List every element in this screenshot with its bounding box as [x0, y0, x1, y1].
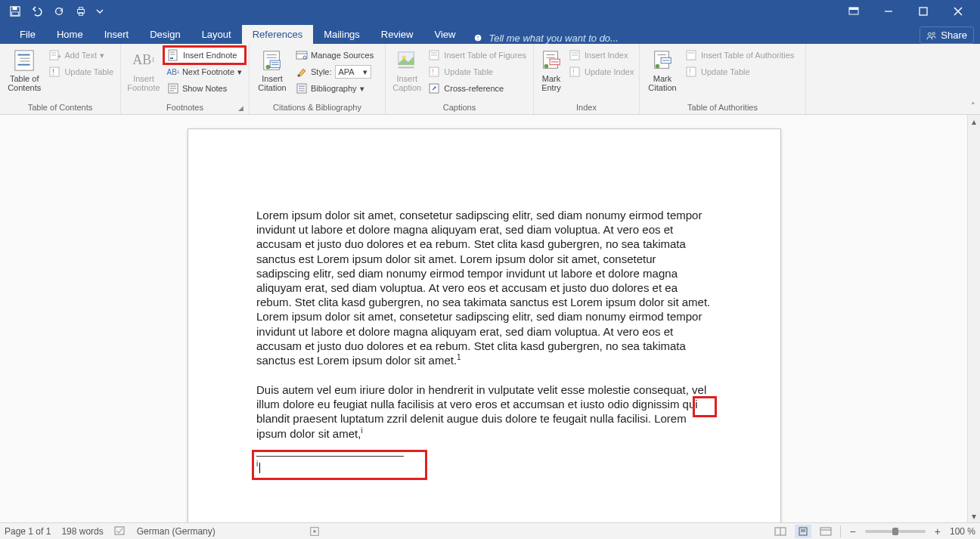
vertical-scrollbar[interactable]: ▴ ▾ [967, 115, 980, 522]
read-mode-icon[interactable] [772, 525, 789, 538]
style-select[interactable]: APA▾ [335, 65, 371, 79]
zoom-slider[interactable] [865, 530, 926, 533]
insert-index-label: Insert Index [585, 51, 628, 60]
dialog-launcher-icon[interactable]: ◢ [238, 104, 243, 112]
bibliography-button[interactable]: Bibliography ▾ [293, 80, 377, 97]
mark-citation-button[interactable]: Mark Citation [644, 47, 681, 94]
tell-me-label: Tell me what you want to do... [488, 33, 619, 44]
scroll-down-icon[interactable]: ▾ [968, 510, 981, 522]
svg-rect-26 [50, 67, 59, 76]
maximize-icon[interactable] [906, 0, 941, 23]
svg-rect-2 [12, 12, 19, 15]
svg-point-65 [544, 64, 549, 69]
update-toa-label: Update Table [701, 67, 750, 76]
footnote-icon: AB1 [132, 48, 156, 73]
update-toa-button[interactable]: ! Update Table [683, 64, 797, 80]
citation-style-button[interactable]: Style: APA▾ [293, 64, 377, 80]
paragraph-2[interactable]: Duis autem vel eum iriure dolor in hendr… [256, 383, 712, 441]
zoom-in-icon[interactable]: + [932, 525, 944, 537]
tab-design[interactable]: Design [139, 25, 191, 44]
bibliography-icon [296, 82, 308, 94]
cross-reference-button[interactable]: Cross-reference [426, 80, 529, 97]
footnote-ref-1[interactable]: 1 [457, 353, 461, 361]
update-toc-button[interactable]: ! Update Table [46, 64, 116, 80]
update-tof-button[interactable]: ! Update Table [426, 64, 529, 80]
status-words[interactable]: 198 words [61, 526, 103, 537]
crossref-icon [429, 82, 441, 94]
insert-tof-button[interactable]: Insert Table of Figures [426, 47, 529, 64]
spellcheck-icon[interactable] [114, 526, 126, 537]
update-index-button[interactable]: ! Update Index [566, 64, 637, 80]
dropdown-icon: ▾ [100, 51, 104, 60]
tab-references[interactable]: References [242, 25, 313, 44]
update-index-label: Update Index [585, 67, 634, 76]
add-text-button[interactable]: + Add Text ▾ [46, 47, 116, 64]
svg-point-14 [478, 39, 479, 40]
tab-file[interactable]: File [9, 25, 46, 44]
svg-text:!: ! [432, 68, 434, 76]
quick-print-icon[interactable] [73, 4, 88, 19]
macro-icon[interactable] [309, 526, 320, 537]
tab-review[interactable]: Review [371, 25, 424, 44]
highlight-endnote-area [252, 450, 427, 480]
insert-citation-button[interactable]: Insert Citation [253, 47, 291, 94]
group-toa-label: Table of Authorities [644, 101, 802, 114]
svg-rect-76 [687, 51, 696, 60]
add-text-icon: + [49, 49, 61, 61]
undo-icon[interactable] [29, 4, 45, 19]
insert-caption-button[interactable]: Insert Caption [389, 47, 424, 94]
web-layout-icon[interactable] [817, 525, 834, 538]
collapse-ribbon-icon[interactable]: ˄ [971, 101, 975, 111]
share-button[interactable]: Share [920, 26, 974, 44]
ribbon-display-icon[interactable] [836, 0, 871, 23]
tab-home[interactable]: Home [46, 25, 94, 44]
svg-point-3 [56, 8, 63, 15]
tab-view[interactable]: View [423, 25, 466, 44]
paragraph-1[interactable]: Lorem ipsum dolor sit amet, consetetur s… [256, 208, 712, 367]
style-label: Style: [311, 67, 332, 76]
insert-endnote-button[interactable]: Insert Endnote [164, 47, 245, 64]
svg-point-15 [929, 33, 932, 36]
qat-customize-icon[interactable] [95, 4, 104, 19]
zoom-level[interactable]: 100 % [950, 526, 975, 537]
toc-label: Table of Contents [8, 74, 41, 92]
insert-footnote-label: Insert Footnote [127, 74, 160, 92]
next-footnote-button[interactable]: AB1 Next Footnote ▾ [164, 64, 245, 80]
insert-toa-button[interactable]: Insert Table of Authorities [683, 47, 797, 64]
print-layout-icon[interactable] [795, 525, 811, 538]
toc-icon [12, 48, 36, 73]
tab-layout[interactable]: Layout [191, 25, 242, 44]
tab-insert[interactable]: Insert [94, 25, 140, 44]
caption-label: Insert Caption [392, 74, 421, 92]
endnote-ref-i[interactable]: i [361, 426, 362, 435]
close-icon[interactable] [941, 0, 975, 23]
dropdown-icon: ▾ [237, 67, 242, 77]
mark-entry-button[interactable]: Mark Entry [538, 47, 565, 94]
svg-rect-43 [296, 51, 307, 59]
zoom-out-icon[interactable]: − [847, 525, 859, 537]
redo-icon[interactable] [51, 4, 67, 19]
tab-mailings[interactable]: Mailings [313, 25, 371, 44]
mark-entry-label: Mark Entry [541, 74, 561, 92]
manage-sources-icon [296, 49, 308, 61]
status-language[interactable]: German (Germany) [137, 526, 216, 537]
page[interactable]: Lorem ipsum dolor sit amet, consetetur s… [188, 129, 781, 522]
insert-index-button[interactable]: Insert Index [566, 47, 637, 64]
manage-sources-label: Manage Sources [311, 51, 374, 60]
insert-toa-label: Insert Table of Authorities [701, 51, 794, 60]
scroll-up-icon[interactable]: ▴ [968, 115, 981, 128]
minimize-icon[interactable] [871, 0, 906, 23]
show-notes-button[interactable]: Show Notes [164, 80, 245, 97]
tell-me-search[interactable]: Tell me what you want to do... [473, 33, 619, 44]
document-area[interactable]: Lorem ipsum dolor sit amet, consetetur s… [0, 115, 967, 522]
svg-rect-69 [570, 67, 579, 76]
save-icon[interactable] [8, 4, 23, 19]
insert-footnote-button[interactable]: AB1 Insert Footnote [125, 47, 163, 94]
svg-point-46 [298, 75, 300, 77]
manage-sources-button[interactable]: Manage Sources [293, 47, 377, 64]
svg-rect-78 [687, 67, 696, 76]
style-icon [296, 66, 308, 78]
table-of-contents-button[interactable]: Table of Contents [4, 47, 45, 94]
status-page[interactable]: Page 1 of 1 [5, 526, 51, 537]
share-label: Share [941, 29, 967, 41]
